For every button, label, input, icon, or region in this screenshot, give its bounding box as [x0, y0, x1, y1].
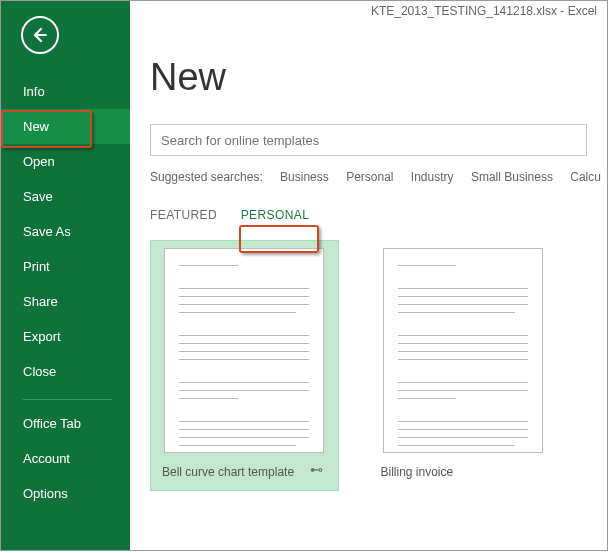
nav-new[interactable]: New — [1, 109, 130, 144]
nav-account[interactable]: Account — [1, 441, 130, 476]
nav-save-as[interactable]: Save As — [1, 214, 130, 249]
sug-business[interactable]: Business — [280, 170, 329, 184]
nav-close[interactable]: Close — [1, 354, 130, 389]
tab-personal[interactable]: PERSONAL — [241, 208, 310, 222]
back-button[interactable] — [21, 16, 59, 54]
sug-industry[interactable]: Industry — [411, 170, 454, 184]
template-thumb — [164, 248, 324, 453]
tab-featured[interactable]: FEATURED — [150, 208, 217, 222]
nav-save[interactable]: Save — [1, 179, 130, 214]
nav-options[interactable]: Options — [1, 476, 130, 511]
template-grid: Bell curve chart template ⊷ Billing invo… — [150, 240, 587, 491]
nav-export[interactable]: Export — [1, 319, 130, 354]
nav-office-tab[interactable]: Office Tab — [1, 406, 130, 441]
sug-small-business[interactable]: Small Business — [471, 170, 553, 184]
template-caption: Billing invoice — [377, 465, 550, 479]
suggested-row: Suggested searches: Business Personal In… — [150, 170, 587, 184]
template-caption: Bell curve chart template — [158, 465, 331, 479]
pin-icon[interactable]: ⊷ — [310, 462, 323, 477]
backstage-sidebar: Info New Open Save Save As Print Share E… — [1, 1, 130, 550]
nav-info[interactable]: Info — [1, 74, 130, 109]
sug-calculator[interactable]: Calcu — [570, 170, 601, 184]
main-area: KTE_2013_TESTING_141218.xlsx - Excel New… — [130, 1, 607, 550]
window-title: KTE_2013_TESTING_141218.xlsx - Excel — [371, 4, 597, 18]
suggested-label: Suggested searches: — [150, 170, 263, 184]
page-heading: New — [150, 56, 587, 99]
template-tabs: FEATURED PERSONAL — [150, 208, 587, 222]
search-input[interactable] — [150, 124, 587, 156]
nav-share[interactable]: Share — [1, 284, 130, 319]
sug-personal[interactable]: Personal — [346, 170, 393, 184]
nav-separator — [23, 399, 112, 400]
template-billing-invoice[interactable]: Billing invoice — [369, 240, 558, 491]
template-thumb — [383, 248, 543, 453]
nav-print[interactable]: Print — [1, 249, 130, 284]
nav-open[interactable]: Open — [1, 144, 130, 179]
template-bell-curve[interactable]: Bell curve chart template ⊷ — [150, 240, 339, 491]
arrow-left-icon — [30, 25, 50, 45]
